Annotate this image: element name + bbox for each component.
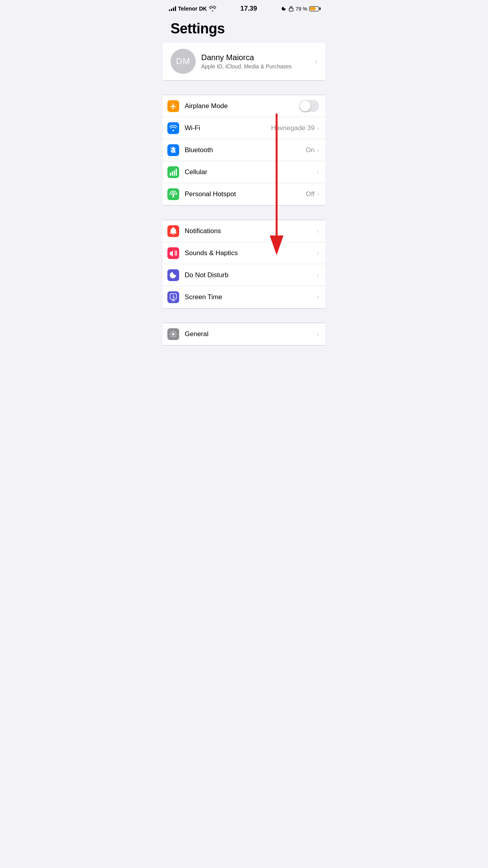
personal-hotspot-value: Off xyxy=(306,190,314,198)
wifi-value: Havnegade 39 xyxy=(271,124,315,132)
cellular-icon xyxy=(167,166,179,178)
wifi-label: Wi-Fi xyxy=(185,124,271,132)
lock-status-icon xyxy=(289,6,294,11)
connectivity-group: Airplane Mode Wi-Fi Havnegade 39 › xyxy=(163,95,325,206)
do-not-disturb-label: Do Not Disturb xyxy=(185,271,317,279)
airplane-mode-toggle[interactable] xyxy=(299,100,319,112)
connectivity-settings-group: Airplane Mode Wi-Fi Havnegade 39 › xyxy=(163,95,325,206)
status-left: Telenor DK xyxy=(169,6,216,12)
svg-rect-1 xyxy=(170,173,171,176)
screen-time-item[interactable]: Screen Time › xyxy=(163,286,325,308)
wifi-status-icon xyxy=(209,6,216,11)
cellular-item[interactable]: Cellular › xyxy=(163,161,325,183)
airplane-mode-item[interactable]: Airplane Mode xyxy=(163,95,325,117)
general-item[interactable]: General › xyxy=(163,323,325,345)
svg-point-5 xyxy=(172,194,174,196)
sounds-haptics-label: Sounds & Haptics xyxy=(185,249,317,257)
general-settings-group: General › xyxy=(163,323,325,346)
svg-rect-6 xyxy=(172,227,174,228)
do-not-disturb-icon xyxy=(167,269,179,281)
status-right: 79 % xyxy=(281,6,319,12)
wifi-icon xyxy=(167,122,179,134)
airplane-mode-label: Airplane Mode xyxy=(185,102,299,110)
status-bar: Telenor DK 17.39 79 % xyxy=(163,0,325,17)
avatar: DM xyxy=(171,49,196,74)
notifications-icon xyxy=(167,225,179,237)
profile-subtitle: Apple ID, iCloud, Media & Purchases xyxy=(201,63,315,70)
carrier-name: Telenor DK xyxy=(178,6,207,12)
cellular-label: Cellular xyxy=(185,168,317,176)
signal-bars xyxy=(169,6,176,11)
screen-time-chevron: › xyxy=(317,294,319,301)
sounds-haptics-item[interactable]: Sounds & Haptics › xyxy=(163,242,325,264)
page-title: Settings xyxy=(171,20,317,37)
svg-rect-2 xyxy=(172,171,173,176)
profile-row[interactable]: DM Danny Maiorca Apple ID, iCloud, Media… xyxy=(163,42,325,81)
battery-percentage: 79 % xyxy=(295,6,307,12)
do-not-disturb-item[interactable]: Do Not Disturb › xyxy=(163,264,325,286)
bluetooth-item[interactable]: Bluetooth On › xyxy=(163,139,325,161)
bluetooth-chevron: › xyxy=(317,147,319,154)
wifi-item[interactable]: Wi-Fi Havnegade 39 › xyxy=(163,117,325,139)
svg-rect-4 xyxy=(176,169,177,176)
alerts-group-wrapper: Notifications › Sounds & Haptics › D xyxy=(163,220,325,309)
svg-point-10 xyxy=(172,333,174,335)
airplane-mode-icon xyxy=(167,100,179,112)
do-not-disturb-status-icon xyxy=(281,6,287,11)
notifications-label: Notifications xyxy=(185,227,317,235)
notifications-item[interactable]: Notifications › xyxy=(163,220,325,242)
cellular-chevron: › xyxy=(317,169,319,176)
alerts-settings-group: Notifications › Sounds & Haptics › D xyxy=(163,220,325,309)
section-gap-1 xyxy=(163,81,325,95)
sounds-icon xyxy=(167,247,179,259)
svg-rect-0 xyxy=(289,8,293,11)
section-gap-2 xyxy=(163,206,325,220)
bluetooth-icon xyxy=(167,144,179,156)
section-gap-3 xyxy=(163,309,325,323)
general-label: General xyxy=(185,330,317,338)
screen-time-label: Screen Time xyxy=(185,293,317,301)
svg-rect-3 xyxy=(174,170,175,176)
profile-info: Danny Maiorca Apple ID, iCloud, Media & … xyxy=(201,53,315,70)
bluetooth-label: Bluetooth xyxy=(185,146,306,154)
do-not-disturb-chevron: › xyxy=(317,272,319,279)
page-title-section: Settings xyxy=(163,17,325,42)
notifications-chevron: › xyxy=(317,228,319,235)
profile-name: Danny Maiorca xyxy=(201,53,315,62)
general-chevron: › xyxy=(317,331,319,338)
sounds-haptics-chevron: › xyxy=(317,250,319,257)
personal-hotspot-icon xyxy=(167,188,179,200)
status-time: 17.39 xyxy=(240,5,257,13)
wifi-chevron: › xyxy=(317,125,319,132)
profile-chevron: › xyxy=(315,57,317,66)
general-icon xyxy=(167,328,179,340)
personal-hotspot-label: Personal Hotspot xyxy=(185,190,306,198)
screen-time-icon xyxy=(167,291,179,303)
bluetooth-value: On xyxy=(306,146,315,154)
battery-indicator xyxy=(309,6,319,11)
personal-hotspot-item[interactable]: Personal Hotspot Off › xyxy=(163,183,325,205)
personal-hotspot-chevron: › xyxy=(317,191,319,198)
